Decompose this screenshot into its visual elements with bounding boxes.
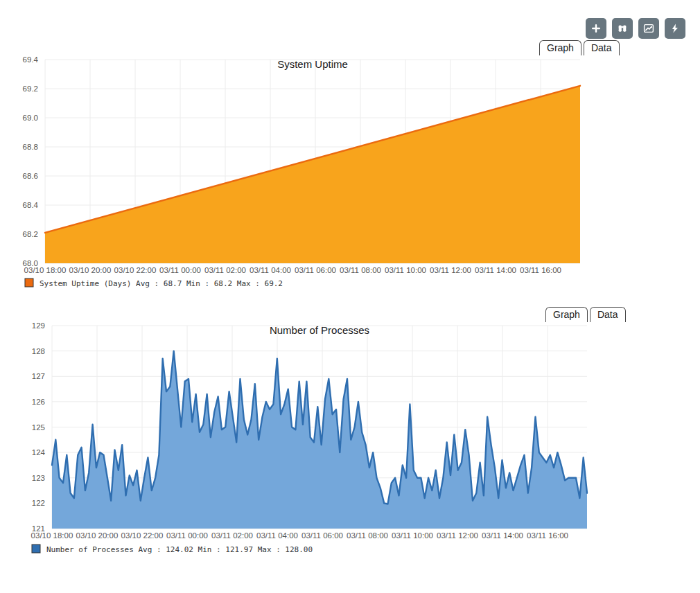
plot-area: 69.469.269.068.868.668.468.268.003/10 18… bbox=[23, 55, 580, 274]
legend-swatch bbox=[32, 545, 40, 553]
y-tick-label: 68.8 bbox=[23, 143, 38, 151]
x-tick-label: 03/11 02:00 bbox=[211, 531, 253, 540]
y-tick-label: 124 bbox=[32, 448, 46, 457]
legend-text: System Uptime (Days) Avg : 68.7 Min : 68… bbox=[40, 279, 283, 288]
y-tick-label: 125 bbox=[32, 423, 45, 432]
chart-title: System Uptime bbox=[277, 58, 348, 70]
area-series bbox=[52, 351, 587, 529]
area-series bbox=[45, 86, 580, 263]
plus-icon bbox=[590, 23, 602, 34]
legend-text: Number of Processes Avg : 124.02 Min : 1… bbox=[46, 545, 313, 554]
x-tick-label: 03/11 08:00 bbox=[340, 266, 381, 274]
x-tick-label: 03/11 00:00 bbox=[166, 531, 208, 540]
line-chart-icon bbox=[643, 23, 654, 34]
x-tick-label: 03/11 10:00 bbox=[385, 266, 426, 274]
x-tick-label: 03/11 08:00 bbox=[347, 531, 388, 540]
x-tick-label: 03/11 16:00 bbox=[527, 531, 568, 540]
graph-view-button[interactable] bbox=[638, 18, 659, 39]
y-tick-label: 129 bbox=[32, 321, 45, 330]
y-tick-label: 126 bbox=[32, 398, 45, 406]
x-tick-label: 03/10 20:00 bbox=[69, 266, 112, 274]
x-tick-label: 03/10 20:00 bbox=[76, 531, 119, 540]
y-tick-label: 68.4 bbox=[23, 201, 39, 209]
graph-toolbar bbox=[586, 18, 685, 39]
x-tick-label: 03/10 22:00 bbox=[114, 266, 157, 274]
system-uptime-chart-canvas: 69.469.269.068.868.668.468.268.003/10 18… bbox=[0, 53, 589, 291]
x-tick-label: 03/10 18:00 bbox=[31, 531, 73, 540]
x-tick-label: 03/11 14:00 bbox=[475, 266, 516, 274]
y-tick-label: 128 bbox=[32, 347, 45, 355]
y-tick-label: 68.2 bbox=[23, 230, 38, 238]
x-tick-label: 03/11 06:00 bbox=[301, 531, 343, 540]
y-tick-label: 68.6 bbox=[23, 172, 38, 180]
x-tick-label: 03/11 10:00 bbox=[392, 531, 433, 540]
x-tick-label: 03/10 18:00 bbox=[24, 266, 67, 274]
system-uptime-chart: 69.469.269.068.868.668.468.268.003/10 18… bbox=[0, 53, 589, 294]
y-tick-label: 69.2 bbox=[23, 85, 38, 93]
x-tick-label: 03/11 14:00 bbox=[482, 531, 523, 540]
x-tick-label: 03/11 04:00 bbox=[256, 531, 298, 540]
binoculars-icon bbox=[617, 23, 628, 34]
lightning-icon bbox=[670, 23, 681, 34]
chart-title: Number of Processes bbox=[270, 324, 369, 336]
x-tick-label: 03/11 12:00 bbox=[430, 266, 471, 274]
actions-button[interactable] bbox=[665, 18, 685, 39]
y-tick-label: 69.4 bbox=[23, 55, 39, 64]
x-tick-label: 03/11 04:00 bbox=[250, 266, 291, 274]
y-tick-label: 69.0 bbox=[23, 114, 38, 122]
x-tick-label: 03/11 02:00 bbox=[204, 266, 246, 274]
x-tick-label: 03/11 12:00 bbox=[437, 531, 478, 540]
search-metrics-button[interactable] bbox=[612, 18, 633, 39]
y-tick-label: 127 bbox=[32, 372, 45, 380]
x-tick-label: 03/11 16:00 bbox=[520, 266, 561, 274]
x-tick-label: 03/11 06:00 bbox=[295, 266, 336, 274]
add-graph-button[interactable] bbox=[586, 18, 606, 39]
x-tick-label: 03/11 00:00 bbox=[159, 266, 201, 274]
y-tick-label: 122 bbox=[32, 499, 45, 507]
y-tick-label: 123 bbox=[32, 474, 45, 482]
number-of-processes-chart: 12912812712612512412312212103/10 18:0003… bbox=[0, 319, 596, 560]
number-of-processes-chart-canvas: 12912812712612512412312212103/10 18:0003… bbox=[0, 319, 596, 557]
legend-swatch bbox=[25, 278, 33, 287]
monitoring-page: Graph Data 69.469.269.068.868.668.468.26… bbox=[0, 0, 700, 593]
plot-area: 12912812712612512412312212103/10 18:0003… bbox=[31, 321, 587, 540]
x-tick-label: 03/10 22:00 bbox=[121, 531, 164, 540]
